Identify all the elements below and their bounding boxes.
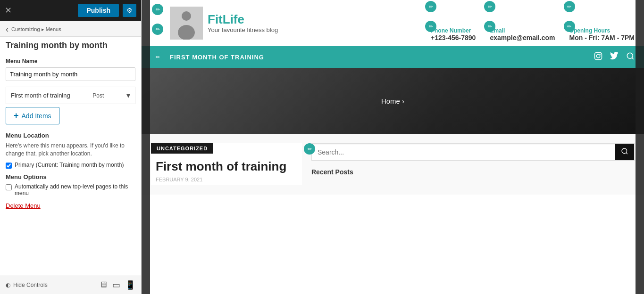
panel-body: Menu Name First month of training Post ▾…: [0, 52, 141, 276]
edit-phone-pencil[interactable]: ✏: [425, 1, 436, 12]
add-items-label: Add Items: [22, 112, 51, 120]
search-icon: [621, 147, 628, 155]
svg-point-8: [622, 148, 627, 154]
svg-point-2: [178, 25, 195, 40]
left-overlay: [142, 0, 150, 294]
edit-hours-pencil[interactable]: ✏: [564, 1, 575, 12]
hours-value: Mon - Fri: 7AM - 7PM: [569, 34, 635, 41]
svg-point-1: [182, 11, 191, 21]
top-bar: ✕ Publish ⚙: [0, 0, 141, 21]
primary-location-row: Primary (Current: Training month by mont…: [6, 162, 135, 169]
site-preview: ✏ ✏ FitLife Your favourite fitness blog: [142, 0, 644, 294]
hero-breadcrumb: Home ›: [381, 97, 404, 105]
phone-contact: ✏ ✏ Phone Number +123-456-7890: [431, 5, 476, 41]
hours-label: Opening Hours: [569, 27, 611, 34]
breadcrumb: Customizing ▸ Menus: [11, 26, 61, 33]
gear-button[interactable]: ⚙: [123, 4, 136, 17]
edit-sidebar-pencil[interactable]: ✏: [304, 143, 315, 155]
delete-menu-button[interactable]: Delete Menu: [6, 202, 41, 209]
site-hero: Home ›: [142, 68, 644, 134]
svg-point-5: [600, 54, 601, 55]
menu-item-label: First month of training: [11, 92, 70, 99]
plus-icon: +: [14, 111, 19, 121]
edit-phone2-pencil[interactable]: ✏: [425, 21, 436, 32]
svg-line-9: [626, 153, 627, 154]
primary-checkbox[interactable]: [6, 163, 12, 169]
twitter-icon[interactable]: [610, 52, 619, 62]
edit-logo-pencil[interactable]: ✏: [152, 4, 163, 15]
search-button[interactable]: [615, 144, 634, 160]
customizer-panel: ✕ Publish ⚙ ‹ Customizing ▸ Menus Traini…: [0, 0, 142, 294]
post-date: FEBRUARY 9, 2021: [151, 174, 302, 185]
primary-label: Primary (Current: Training month by mont…: [15, 162, 124, 168]
menu-location-desc: Here's where this menu appears. If you'd…: [6, 142, 135, 158]
site-logo: [170, 7, 203, 40]
panel-title: Training month by month: [0, 37, 141, 52]
svg-point-4: [596, 54, 600, 58]
hours-contact: ✏ ✏ Opening Hours Mon - Fri: 7AM - 7PM: [569, 5, 635, 41]
blog-post-card: UNCATEGORIZED First month of training FE…: [151, 143, 302, 185]
logo-image: [170, 7, 203, 40]
edit-header-pencil[interactable]: ✏: [152, 24, 163, 35]
menu-name-input[interactable]: [6, 67, 135, 81]
sidebar-widget: ✏ Recent Posts: [311, 143, 635, 185]
tablet-icon[interactable]: ▭: [112, 280, 120, 290]
menu-item-row[interactable]: First month of training Post ▾: [6, 87, 135, 104]
home-breadcrumb[interactable]: Home ›: [381, 97, 404, 105]
email-value: example@email.com: [490, 34, 555, 41]
auto-add-label: Automatically add new top-level pages to…: [15, 183, 135, 196]
bottom-bar: ◐ Hide Controls 🖥 ▭ 📱: [0, 276, 141, 294]
hide-controls-label: Hide Controls: [13, 282, 48, 288]
desktop-icon[interactable]: 🖥: [99, 280, 108, 290]
nav-icons: [594, 52, 635, 62]
site-tagline: Your favourite fitness blog: [208, 26, 278, 33]
mobile-icon[interactable]: 📱: [125, 280, 135, 290]
phone-label: Phone Number: [431, 27, 471, 34]
search-bar: [311, 143, 635, 161]
menu-name-label: Menu Name: [6, 58, 135, 65]
instagram-icon[interactable]: [594, 52, 602, 62]
menu-location-title: Menu Location: [6, 132, 135, 139]
auto-add-row: Automatically add new top-level pages to…: [6, 183, 135, 196]
hide-icon: ◐: [6, 282, 10, 288]
auto-add-checkbox[interactable]: [6, 184, 12, 190]
post-title: First month of training: [151, 159, 302, 174]
search-input[interactable]: [312, 145, 615, 160]
contact-info: ✏ ✏ Phone Number +123-456-7890 ✏ ✏ Email…: [431, 5, 635, 41]
nav-bar: ‹ Customizing ▸ Menus: [0, 21, 141, 37]
svg-rect-3: [595, 53, 602, 60]
svg-line-7: [632, 57, 633, 59]
publish-button[interactable]: Publish: [78, 4, 119, 17]
category-badge[interactable]: UNCATEGORIZED: [151, 143, 213, 154]
right-overlay: [636, 0, 644, 294]
site-header: ✏ ✏ FitLife Your favourite fitness blog: [142, 0, 644, 46]
device-icons: 🖥 ▭ 📱: [99, 280, 135, 290]
edit-hours2-pencil[interactable]: ✏: [564, 21, 575, 32]
edit-email-pencil[interactable]: ✏: [484, 1, 495, 12]
site-logo-area: FitLife Your favourite fitness blog: [170, 7, 278, 40]
back-button[interactable]: ‹: [6, 24, 8, 34]
site-name: FitLife: [208, 13, 278, 26]
menu-item-type: Post: [92, 92, 104, 99]
search-nav-icon[interactable]: [626, 52, 635, 62]
svg-point-6: [627, 53, 633, 58]
blog-area: UNCATEGORIZED First month of training FE…: [142, 134, 644, 195]
add-items-button[interactable]: + Add Items: [6, 107, 59, 124]
hide-controls-button[interactable]: ◐ Hide Controls: [6, 282, 48, 288]
edit-nav-pencil[interactable]: ✏: [152, 51, 163, 63]
close-button[interactable]: ✕: [5, 6, 12, 15]
nav-item-training[interactable]: FIRST MONTH OF TRAINING: [170, 54, 264, 61]
chevron-down-icon[interactable]: ▾: [126, 91, 130, 100]
site-nav: ✏ FIRST MONTH OF TRAINING: [142, 46, 644, 68]
phone-value: +123-456-7890: [431, 34, 476, 41]
logo-svg: [170, 7, 203, 40]
email-contact: ✏ ✏ Email example@email.com: [490, 5, 555, 41]
recent-posts-title: Recent Posts: [311, 168, 635, 176]
menu-options-title: Menu Options: [6, 173, 135, 180]
site-name-area: FitLife Your favourite fitness blog: [208, 13, 278, 33]
